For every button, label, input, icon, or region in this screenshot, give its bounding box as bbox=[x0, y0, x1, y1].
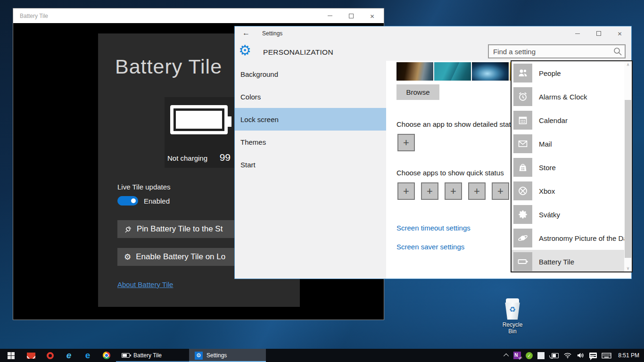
sidebar-item-lock-screen[interactable]: Lock screen bbox=[235, 108, 386, 131]
scroll-down-icon[interactable] bbox=[624, 265, 632, 272]
pushpin-icon bbox=[124, 225, 132, 233]
live-tile-toggle[interactable] bbox=[117, 196, 138, 206]
people-icon bbox=[513, 64, 532, 82]
battery-icon bbox=[513, 252, 532, 271]
taskbar-edge-button[interactable] bbox=[78, 349, 97, 362]
taskbar-internet-explorer-button[interactable] bbox=[59, 349, 78, 362]
app-item-mail[interactable]: Mail bbox=[512, 132, 624, 156]
add-quick-status-app-button-3[interactable] bbox=[445, 182, 462, 200]
sidebar-item-colors[interactable]: Colors bbox=[235, 85, 386, 108]
quick-status-label: Choose apps to show quick status bbox=[396, 169, 504, 177]
add-quick-status-app-button-1[interactable] bbox=[397, 182, 415, 200]
app-item-xbox[interactable]: Xbox bbox=[512, 179, 624, 203]
recycle-bin-desktop-icon[interactable]: Recycle Bin bbox=[499, 298, 526, 335]
sidebar-item-background[interactable]: Background bbox=[235, 63, 386, 85]
about-battery-tile-link[interactable]: About Battery Tile bbox=[117, 280, 173, 288]
sidebar-item-themes[interactable]: Themes bbox=[235, 131, 386, 153]
minimize-button[interactable] bbox=[319, 8, 340, 23]
toggle-state-label: Enabled bbox=[144, 197, 170, 205]
battery-icon bbox=[170, 105, 228, 134]
app-item-store[interactable]: Store bbox=[512, 156, 624, 179]
mail-icon bbox=[27, 353, 35, 359]
close-button[interactable] bbox=[609, 26, 630, 41]
close-icon bbox=[370, 12, 374, 20]
battery-status-text: Not charging bbox=[167, 154, 207, 162]
settings-gear-icon bbox=[195, 352, 203, 360]
volume-icon[interactable] bbox=[577, 352, 585, 359]
lockscreen-thumbnail-water[interactable] bbox=[434, 62, 471, 81]
recycle-bin-label: Recycle Bin bbox=[499, 321, 526, 335]
battery-icon bbox=[122, 353, 130, 358]
touch-keyboard-icon[interactable] bbox=[602, 353, 611, 359]
wifi-icon[interactable] bbox=[563, 352, 572, 359]
add-quick-status-app-button-2[interactable] bbox=[421, 182, 438, 200]
app-item-calendar[interactable]: Calendar bbox=[512, 108, 624, 132]
gear-icon bbox=[124, 252, 131, 262]
taskbar-mail-button[interactable] bbox=[22, 349, 41, 362]
internet-explorer-icon bbox=[66, 351, 72, 360]
add-quick-status-app-button-4[interactable] bbox=[468, 182, 486, 200]
battery-window-titlebar[interactable]: Battery Tile bbox=[13, 8, 384, 23]
calendar-icon bbox=[513, 111, 532, 130]
chrome-icon bbox=[103, 352, 110, 359]
store-icon bbox=[513, 158, 532, 177]
taskbar-settings-task[interactable]: Settings bbox=[189, 349, 266, 362]
desktop: Battery Tile Battery Tile Not charging 9… bbox=[0, 0, 644, 362]
search-icon[interactable] bbox=[612, 46, 623, 57]
power-icon[interactable] bbox=[549, 353, 559, 358]
windows-logo-icon bbox=[8, 352, 15, 359]
add-detailed-status-app-button[interactable] bbox=[397, 134, 415, 151]
search-box bbox=[488, 44, 626, 58]
sidebar-item-start[interactable]: Start bbox=[235, 153, 386, 176]
lockscreen-thumbnail-cave[interactable] bbox=[472, 62, 509, 81]
pin-button-label: Pin Battery Tile to the St bbox=[137, 224, 223, 234]
edge-icon bbox=[85, 351, 91, 360]
search-input[interactable] bbox=[489, 48, 612, 56]
maximize-icon bbox=[596, 31, 601, 36]
start-button[interactable] bbox=[0, 349, 22, 362]
onenote-clip-icon[interactable] bbox=[513, 352, 521, 359]
app-item-battery-tile[interactable]: Battery Tile bbox=[512, 250, 624, 272]
taskbar-battery-tile-task[interactable]: Battery Tile bbox=[116, 349, 189, 362]
maximize-button[interactable] bbox=[588, 26, 609, 41]
minimize-icon bbox=[575, 33, 580, 34]
chat-icon[interactable] bbox=[589, 353, 597, 358]
maximize-icon bbox=[349, 14, 354, 18]
green-check-icon[interactable] bbox=[526, 352, 533, 359]
popup-scrollbar[interactable] bbox=[624, 61, 632, 272]
live-tile-updates-label: Live Tile updates bbox=[117, 183, 171, 191]
page-title: PERSONALIZATION bbox=[263, 48, 333, 57]
app-item-people[interactable]: People bbox=[512, 61, 624, 85]
battery-window-title: Battery Tile bbox=[13, 13, 48, 19]
battery-live-tile: Not charging 99 bbox=[165, 97, 235, 168]
settings-gear-icon bbox=[239, 43, 251, 58]
close-button[interactable] bbox=[362, 8, 383, 23]
app-item-astronomy[interactable]: Astronomy Picture of the Day bbox=[512, 226, 624, 250]
enable-button-label: Enable Battery Tile on Lo bbox=[136, 252, 225, 262]
minimize-button[interactable] bbox=[567, 26, 588, 41]
lockscreen-thumbnail-beach[interactable] bbox=[396, 62, 433, 81]
battery-app-heading: Battery Tile bbox=[115, 55, 222, 78]
scroll-up-icon[interactable] bbox=[624, 61, 632, 68]
scrollbar-thumb[interactable] bbox=[625, 100, 631, 258]
screen-saver-settings-link[interactable]: Screen saver settings bbox=[396, 243, 464, 251]
maximize-button[interactable] bbox=[340, 8, 362, 23]
opera-icon bbox=[47, 352, 54, 359]
settings-window-controls bbox=[567, 26, 630, 41]
system-tray: 8:51 PM bbox=[505, 349, 644, 362]
taskbar-opera-button[interactable] bbox=[41, 349, 59, 362]
taskbar-clock[interactable]: 8:51 PM bbox=[618, 352, 639, 359]
alarm-clock-icon bbox=[513, 87, 532, 106]
taskbar-chrome-button[interactable] bbox=[97, 349, 116, 362]
add-quick-status-app-button-5[interactable] bbox=[492, 182, 509, 200]
browse-button[interactable]: Browse bbox=[396, 84, 439, 100]
blank-square-icon[interactable] bbox=[537, 352, 545, 359]
back-arrow-icon[interactable] bbox=[242, 29, 250, 37]
recycle-bin-icon bbox=[504, 298, 521, 320]
screen-timeout-settings-link[interactable]: Screen timeout settings bbox=[396, 224, 471, 232]
minimize-icon bbox=[328, 16, 332, 16]
app-item-svatky[interactable]: Svátky bbox=[512, 203, 624, 226]
close-icon bbox=[617, 29, 622, 38]
flower-icon bbox=[513, 205, 532, 224]
app-item-alarms-clock[interactable]: Alarms & Clock bbox=[512, 85, 624, 108]
